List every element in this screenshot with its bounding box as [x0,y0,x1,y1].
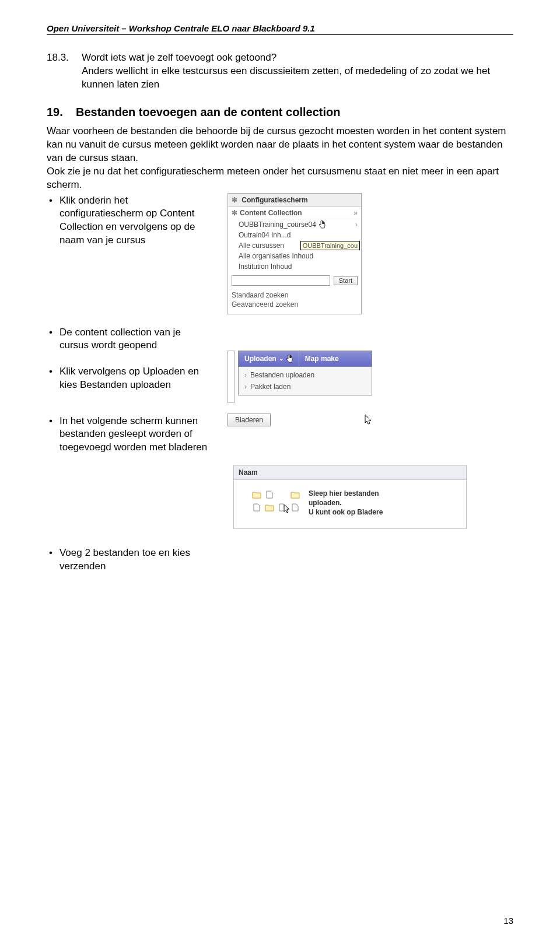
bladeren-area: Bladeren [228,414,513,426]
naam-drop-panel: Naam Sleep hier bestanden uploaden. U ku… [233,465,467,529]
start-button[interactable]: Start [334,276,358,285]
upload-button[interactable]: Uploaden ⌄ [239,351,299,366]
bullet-1: Klik onderin het configuratiescherm op C… [47,194,210,248]
chevron-right-icon: › [244,383,250,391]
naam-header: Naam [234,465,466,480]
tooltip: OUBBTraining_cou [300,241,360,250]
heading-number: 19. [47,106,76,119]
bullet-2: De content collection van je cursus word… [47,326,210,353]
standard-search-link[interactable]: Standaard zoeken [232,290,358,300]
drop-zone-text: Sleep hier bestanden uploaden. U kunt oo… [309,489,383,517]
bullet-4-text: In het volgende scherm kunnen bestanden … [60,415,210,455]
bullet-5-text: Voeg 2 bestanden toe en kies verzenden [60,547,210,573]
bullet-5: Voeg 2 bestanden toe en kies verzenden [47,547,210,573]
drop-text-line-1: Sleep hier bestanden [309,489,383,499]
advanced-search-link[interactable]: Geavanceerd zoeken [232,300,358,309]
content-collection-row[interactable]: ✻ Content Collection » [228,207,361,219]
menu-item-label: Bestanden uploaden [250,371,314,379]
document-icon [251,502,262,513]
cc-item-course[interactable]: OUBBTraining_course04 › [228,219,361,230]
cc-item-outrain[interactable]: Outrain04 Inh...d [228,230,361,240]
bullet-3-text: Klik vervolgens op Uploaden en kies Best… [60,365,210,392]
document-icon [264,489,275,500]
cc-item-label: Outrain04 Inh...d [239,231,290,239]
menu-item-load-package[interactable]: › Pakket laden [239,381,372,393]
cc-item-all-orgs[interactable]: Alle organisaties Inhoud [228,251,361,261]
cc-item-label: Alle cursussen [239,241,284,250]
browse-button[interactable]: Bladeren [228,414,271,426]
bullet-2-text: De content collection van je cursus word… [60,326,210,353]
cc-item-label: Institution Inhoud [239,262,292,271]
search-input[interactable] [232,275,330,286]
chevron-right-icon: › [244,371,250,379]
content-collection-label: Content Collection [240,209,302,217]
upload-toolbar: Uploaden ⌄ Map make [238,351,372,367]
paragraph-number: 18.3. [47,51,82,92]
cc-item-institution[interactable]: Institution Inhoud [228,261,361,272]
folder-icon [264,502,275,513]
upload-dropdown-menu: › Bestanden uploaden › Pakket laden [238,367,372,395]
bullet-1-text: Klik onderin het configuratiescherm op C… [60,194,210,248]
heading-19: 19. Bestanden toevoegen aan de content c… [47,106,513,119]
map-make-label: Map make [305,355,339,363]
upload-panel: Uploaden ⌄ Map make › Bestanden uploaden… [238,351,372,395]
drop-text-line-3: U kunt ook op Bladere [309,508,383,517]
document-header: Open Universiteit – Workshop Centrale EL… [47,23,513,35]
folder-icon [251,489,262,500]
hand-cursor-icon [286,355,293,363]
divider-column [228,351,235,403]
folder-icon-grid[interactable] [251,489,300,517]
arrow-cursor-icon [283,503,291,516]
collapse-icon: ✻ [232,196,240,204]
menu-item-upload-files[interactable]: › Bestanden uploaden [239,369,372,381]
chevron-down-icon: ⌄ [279,355,284,362]
map-make-button[interactable]: Map make [299,351,345,366]
cc-item-label: OUBBTraining_course04 [239,220,316,229]
page-number: 13 [503,916,513,926]
bullet-4: In het volgende scherm kunnen bestanden … [47,415,210,455]
upload-button-label: Uploaden [244,355,276,363]
folder-icon [290,489,300,500]
intro-text: Waar voorheen de bestanden die behoorde … [47,125,513,192]
cc-item-all-courses[interactable]: Alle cursussen OUBBTraining_cou [228,240,361,251]
chevron-right-icon: » [351,209,358,217]
menu-item-label: Pakket laden [250,383,290,391]
cc-item-label: Alle organisaties Inhoud [239,252,313,260]
hand-cursor-icon [318,220,326,229]
config-panel: ✻ Configuratiescherm ✻ Content Collectio… [228,193,362,314]
collapse-icon: ✻ [232,209,240,217]
paragraph-text: Wordt iets wat je zelf toevoegt ook geto… [82,51,513,92]
drop-text-line-2: uploaden. [309,499,383,508]
config-panel-title-text: Configuratiescherm [242,196,307,204]
paragraph-18-3: 18.3. Wordt iets wat je zelf toevoegt oo… [47,51,513,92]
bullet-3: Klik vervolgens op Uploaden en kies Best… [47,365,210,392]
arrow-cursor-icon [364,414,373,425]
document-icon [290,502,300,513]
config-panel-title[interactable]: ✻ Configuratiescherm [228,194,361,207]
heading-title: Bestanden toevoegen aan de content colle… [76,106,340,119]
chevron-right-icon: › [351,220,358,229]
